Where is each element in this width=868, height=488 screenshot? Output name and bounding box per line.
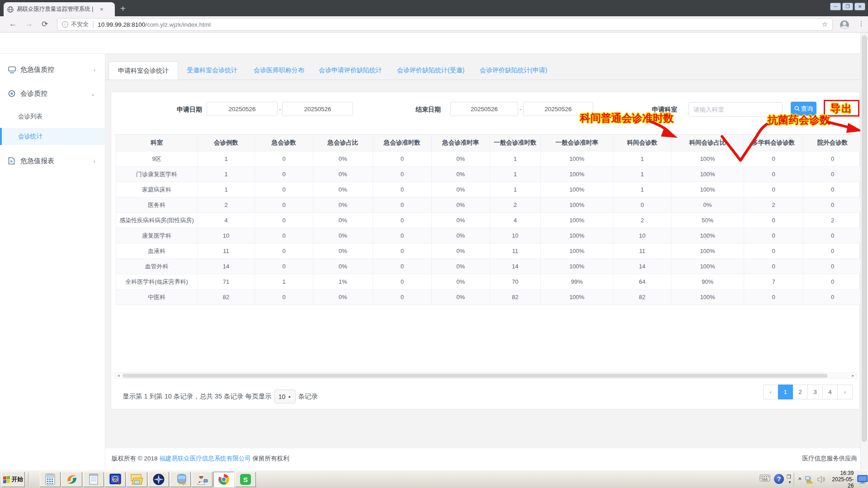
table-cell: 0% [313, 182, 373, 197]
column-header: 急会诊占比 [313, 135, 373, 151]
speaker-icon[interactable] [817, 475, 825, 483]
report-icon [8, 157, 15, 164]
scroll-right-icon[interactable]: ► [851, 373, 855, 378]
forward-icon[interactable]: → [25, 19, 33, 28]
horizontal-scrollbar[interactable]: ◄ ► [115, 372, 857, 379]
table-cell: 0 [803, 182, 862, 197]
table-row[interactable]: 血管外科1400%00%14100%14100%00 [116, 259, 862, 274]
company-link[interactable]: 福建易联众医疗信息系统有限公司 [159, 455, 251, 462]
info-icon[interactable]: i [62, 21, 68, 28]
scroll-left-icon[interactable]: ◄ [117, 373, 120, 378]
browser-tab[interactable]: 易联众医疗质量追踪管理系统 | × [4, 2, 115, 16]
tab-apply-defect-stats[interactable]: 会诊申请评价缺陷统计 [310, 61, 391, 80]
tray-expand-icon[interactable]: ^ [798, 477, 801, 482]
sql-database-icon[interactable]: SQL [170, 472, 191, 487]
profile-avatar-icon[interactable] [840, 20, 849, 29]
table-cell: 100% [671, 151, 744, 167]
scrollbar-thumb[interactable] [123, 374, 828, 378]
address-bar[interactable]: i 不安全 | 10.99.99.28:8100 /com.ylz.wjzk/i… [57, 18, 833, 31]
target-icon [8, 90, 15, 97]
page-button-4[interactable]: 4 [823, 385, 838, 399]
next-page-button[interactable]: › [838, 385, 853, 399]
ylz-logo-icon[interactable] [61, 472, 82, 487]
end-date-from-input[interactable] [450, 102, 518, 116]
vertical-scrollbar[interactable] [860, 33, 868, 470]
table-cell: 0% [313, 228, 373, 244]
sidebar-item-consultation-list[interactable]: 会诊列表 [0, 108, 105, 125]
table-cell: 0 [744, 290, 803, 305]
page-button-2[interactable]: 2 [793, 385, 808, 399]
prev-page-button[interactable]: ‹ [763, 385, 778, 399]
file-manager-icon[interactable] [127, 472, 147, 487]
page-size-dropdown[interactable]: 10 ▲ [274, 389, 296, 404]
calculator-icon[interactable] [40, 472, 61, 487]
table-row[interactable]: 家庭病床科100%00%1100%1100%00 [116, 182, 862, 197]
table-cell: 0% [313, 259, 373, 274]
tab-close-icon[interactable]: × [100, 6, 104, 13]
cascade-windows-icon[interactable]: ❐ [787, 474, 791, 480]
table-cell: 0 [255, 167, 313, 182]
notepad-icon[interactable] [83, 472, 104, 487]
table-cell: 0% [432, 259, 490, 274]
chevron-left-icon: ‹ [94, 66, 95, 73]
table-cell: 0 [373, 213, 432, 228]
tab-invited-dept-stats[interactable]: 受邀科室会诊统计 [178, 61, 246, 80]
tab-doctor-title-dist[interactable]: 会诊医师职称分布 [245, 61, 313, 80]
tab-title: 易联众医疗质量追踪管理系统 | [17, 5, 97, 13]
tab-eval-defect-invited[interactable]: 会诊评价缺陷统计(受邀) [388, 61, 473, 80]
doctor-icon[interactable] [192, 472, 212, 487]
annotation-note2: 抗菌药会诊数 [768, 113, 830, 127]
footer-right-text: 医疗信息服务供应商 [802, 455, 858, 463]
window-minimize-icon[interactable]: ─ [830, 3, 841, 10]
table-row[interactable]: 血液科1100%00%11100%11100%00 [116, 244, 862, 259]
table-row[interactable]: 门诊康复医学科100%00%1100%1100%00 [116, 167, 862, 182]
table-cell: 0% [432, 244, 490, 259]
page-button-1[interactable]: 1 [778, 385, 793, 399]
column-header: 一般会诊准时数 [490, 135, 541, 151]
table-cell: 0 [255, 182, 313, 197]
sidebar-item-critical-value-qc[interactable]: 危急值质控 ‹ [0, 61, 105, 79]
table-row[interactable]: 全科医学科(临床营养科)7111%00%7099%6490%70 [116, 274, 862, 290]
window-maximize-icon[interactable]: ❐ [842, 3, 853, 10]
show-desktop-icon[interactable] [857, 474, 868, 484]
caret-down-icon[interactable]: ▼ [788, 480, 792, 484]
reload-icon[interactable]: ⟳ [42, 19, 48, 29]
chevron-down-icon: ⌄ [90, 90, 95, 97]
back-icon[interactable]: ← [9, 19, 17, 28]
chrome-icon[interactable] [213, 472, 234, 487]
green-s-icon[interactable]: S [235, 472, 256, 487]
table-row[interactable]: 9区100%00%1100%1100%00 [116, 151, 862, 167]
column-header: 院外会诊数 [803, 135, 862, 151]
clock[interactable]: 16:39 2025-05-26 [829, 470, 854, 488]
table-cell: 1% [313, 274, 373, 290]
sidebar-item-consultation-stats[interactable]: 会诊统计 [0, 128, 105, 145]
apply-date-to-input[interactable] [282, 102, 353, 116]
table-cell: 康复医学科 [116, 228, 198, 244]
compass-icon[interactable] [148, 472, 169, 487]
scrollbar-thumb[interactable] [862, 35, 867, 442]
table-row[interactable]: 中医科8200%00%82100%82100%00 [116, 290, 862, 305]
network-warning-icon[interactable]: ! [805, 475, 813, 484]
table-cell: 71 [198, 274, 255, 290]
keyboard-icon[interactable] [760, 474, 770, 482]
table-cell: 医务科 [116, 197, 198, 213]
table-cell: 82 [490, 290, 541, 305]
table-row[interactable]: 医务科200%00%2100%00%20 [116, 197, 862, 213]
sql-query-icon[interactable]: SQL [105, 472, 126, 487]
new-tab-button[interactable]: + [120, 4, 126, 13]
table-row[interactable]: 感染性疾病科病房(阳性病房)400%00%4100%250%02 [116, 213, 862, 228]
bookmark-star-icon[interactable]: ☆ [822, 20, 828, 28]
help-icon[interactable]: ? [774, 474, 784, 484]
tab-eval-defect-apply[interactable]: 会诊评价缺陷统计(申请) [471, 61, 556, 80]
page-button-3[interactable]: 3 [808, 385, 823, 399]
table-cell: 100% [671, 182, 744, 197]
browser-menu-icon[interactable]: ⋮ [858, 20, 864, 27]
table-row[interactable]: 康复医学科1000%00%10100%10100%00 [116, 228, 862, 244]
apply-date-from-input[interactable] [207, 102, 278, 116]
window-close-icon[interactable]: ✕ [854, 3, 865, 10]
sidebar-item-critical-value-report[interactable]: 危急值报表 ‹ [0, 152, 105, 170]
tab-apply-dept-stats[interactable]: 申请科室会诊统计 [108, 61, 178, 80]
table-cell: 0 [255, 151, 313, 167]
start-button[interactable]: 开始 [1, 472, 25, 487]
sidebar-item-consultation-qc[interactable]: 会诊质控 ⌄ [0, 84, 105, 103]
